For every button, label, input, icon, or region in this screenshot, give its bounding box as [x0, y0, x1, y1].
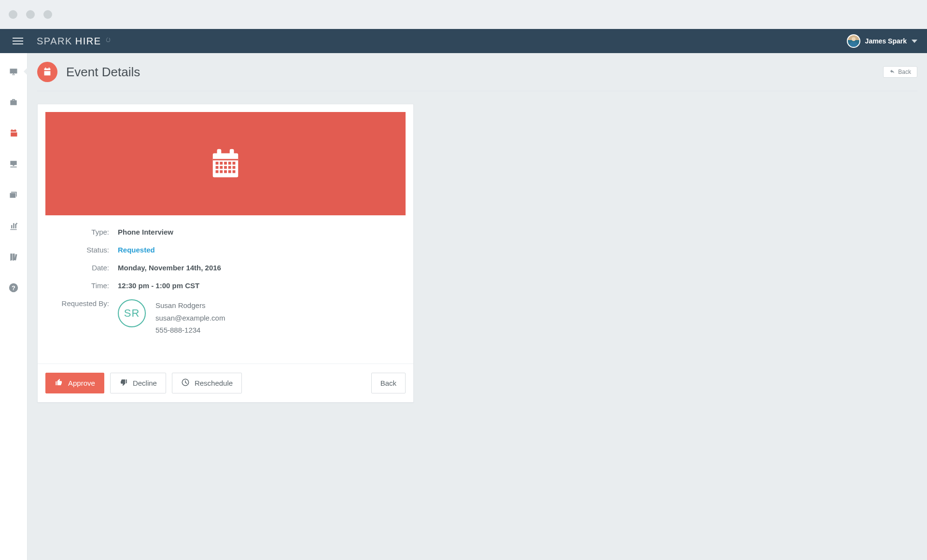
sidebar-item-jobs[interactable] [0, 93, 27, 112]
svg-rect-14 [220, 166, 223, 168]
detail-row-status: Status: Requested [57, 246, 394, 254]
reply-icon [889, 69, 895, 75]
thumbs-up-icon [55, 378, 63, 388]
svg-rect-22 [233, 170, 236, 173]
calendar-icon [37, 62, 57, 82]
back-button-top-label: Back [898, 69, 911, 75]
requester-email: susan@example.com [155, 312, 225, 324]
svg-rect-1 [850, 42, 857, 47]
requester-initials: SR [118, 299, 146, 327]
svg-rect-21 [228, 170, 231, 173]
svg-rect-5 [217, 149, 222, 154]
label-type: Type: [57, 228, 109, 236]
decline-label: Decline [133, 379, 157, 387]
event-details: Type: Phone Interview Status: Requested … [38, 215, 413, 364]
content: Event Details Back [28, 53, 927, 560]
approve-button[interactable]: Approve [45, 373, 104, 393]
avatar [847, 34, 860, 48]
card-footer: Approve Decline Reschedule Back [38, 364, 413, 402]
svg-rect-8 [216, 162, 219, 165]
user-name: James Spark [865, 37, 907, 45]
value-type: Phone Interview [118, 228, 173, 236]
back-button-footer[interactable]: Back [371, 373, 406, 393]
value-date: Monday, November 14th, 2016 [118, 264, 221, 272]
sidebar-item-analytics[interactable] [0, 216, 27, 236]
menu-icon[interactable] [10, 35, 26, 47]
label-date: Date: [57, 264, 109, 272]
card-hero [45, 112, 406, 215]
traffic-light-close [9, 10, 17, 19]
sidebar-item-library[interactable] [0, 185, 27, 205]
back-label: Back [380, 379, 396, 387]
window-chrome [0, 0, 927, 29]
reschedule-button[interactable]: Reschedule [172, 373, 242, 393]
traffic-light-zoom [43, 10, 52, 19]
thumbs-down-icon [119, 378, 128, 388]
svg-rect-6 [230, 149, 234, 154]
detail-row-requested-by: Requested By: SR Susan Rodgers susan@exa… [57, 299, 394, 336]
calendar-hero-icon [209, 146, 242, 182]
svg-rect-17 [233, 166, 236, 168]
brand-logo[interactable]: SPARKHIRE [37, 36, 112, 47]
reschedule-label: Reschedule [195, 379, 233, 387]
decline-button[interactable]: Decline [110, 373, 166, 393]
requester-phone: 555-888-1234 [155, 324, 225, 336]
clock-icon [181, 378, 190, 388]
sidebar: ? [0, 53, 28, 560]
svg-rect-11 [228, 162, 231, 165]
label-status: Status: [57, 246, 109, 254]
label-time: Time: [57, 281, 109, 290]
approve-label: Approve [68, 379, 95, 387]
chevron-down-icon [912, 40, 917, 43]
value-time: 12:30 pm - 1:00 pm CST [118, 281, 199, 290]
page-title: Event Details [66, 65, 140, 80]
svg-rect-7 [213, 159, 239, 160]
value-status: Requested [118, 246, 155, 254]
flame-icon [104, 36, 112, 47]
svg-rect-18 [216, 170, 219, 173]
user-menu[interactable]: James Spark [847, 34, 917, 48]
back-button-top[interactable]: Back [883, 66, 917, 78]
traffic-light-minimize [26, 10, 35, 19]
requester-info: Susan Rodgers susan@example.com 555-888-… [155, 299, 225, 336]
sidebar-item-resources[interactable] [0, 247, 27, 266]
label-requested-by: Requested By: [57, 299, 109, 308]
page-header: Event Details Back [37, 62, 917, 91]
svg-rect-15 [224, 166, 227, 168]
svg-rect-20 [224, 170, 227, 173]
brand-part2: HIRE [75, 36, 101, 47]
sidebar-item-video[interactable] [0, 62, 27, 81]
sidebar-item-inbox[interactable] [0, 154, 27, 174]
svg-text:?: ? [12, 284, 15, 292]
brand-part1: SPARK [37, 36, 72, 47]
detail-row-type: Type: Phone Interview [57, 228, 394, 236]
event-card: Type: Phone Interview Status: Requested … [37, 104, 414, 403]
svg-rect-10 [224, 162, 227, 165]
svg-rect-12 [233, 162, 236, 165]
requester-name: Susan Rodgers [155, 299, 225, 312]
svg-rect-9 [220, 162, 223, 165]
svg-point-0 [852, 37, 856, 41]
detail-row-time: Time: 12:30 pm - 1:00 pm CST [57, 281, 394, 290]
topbar: SPARKHIRE James Spark [0, 29, 927, 53]
detail-row-date: Date: Monday, November 14th, 2016 [57, 264, 394, 272]
svg-rect-4 [213, 153, 239, 177]
sidebar-item-calendar[interactable] [0, 124, 27, 143]
svg-rect-13 [216, 166, 219, 168]
svg-rect-19 [220, 170, 223, 173]
sidebar-item-help[interactable]: ? [0, 278, 27, 297]
svg-rect-16 [228, 166, 231, 168]
